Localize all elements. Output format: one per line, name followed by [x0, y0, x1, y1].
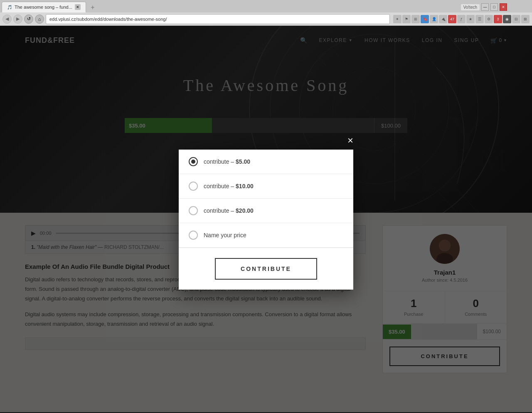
toolbar-icon-5[interactable]: 👤	[430, 15, 438, 23]
address-bar[interactable]: edd.vplusi.cz/subdom/edd/downloads/the-a…	[46, 14, 390, 24]
close-window-button[interactable]: ✕	[500, 3, 507, 11]
tab-title: The awesome song – fund...	[15, 5, 72, 10]
toolbar-icon-11[interactable]: ⚙	[485, 15, 493, 23]
option-label-3: contribute – $20.00	[204, 207, 254, 214]
toolbar-icon-10[interactable]: ☰	[475, 15, 484, 23]
modal-option-3[interactable]: contribute – $20.00	[179, 199, 353, 223]
toolbar-icon-13[interactable]: ◉	[503, 15, 511, 23]
home-button[interactable]: ⌂	[35, 15, 44, 24]
contribute-modal: × contribute – $5.00 contribute – $10.00…	[179, 150, 353, 290]
votech-label: Vo!tech	[461, 4, 480, 10]
modal-options: contribute – $5.00 contribute – $10.00 c…	[179, 150, 353, 248]
browser-toolbar-icons: ✦ ⚑ ⊞ 🔖 👤 🔌 47 ƒ ★ ☰ ⚙ 3 ◉ ⊟ ⊠	[393, 15, 530, 23]
maximize-button[interactable]: □	[490, 3, 498, 11]
modal-option-2[interactable]: contribute – $10.00	[179, 174, 353, 199]
new-tab-button[interactable]: +	[87, 2, 99, 12]
toolbar-icon-6[interactable]: 🔌	[439, 15, 447, 23]
radio-button-4	[189, 231, 198, 240]
back-button[interactable]: ◀	[2, 15, 12, 24]
browser-tabs-bar: 🎵 The awesome song – fund... ✕ + Vo!tech…	[0, 0, 532, 12]
browser-chrome: 🎵 The awesome song – fund... ✕ + Vo!tech…	[0, 0, 532, 26]
forward-button[interactable]: ▶	[13, 15, 22, 24]
modal-contribute-section: CONTRIBUTE	[179, 248, 353, 290]
toolbar-icon-3[interactable]: ⊞	[411, 15, 420, 23]
modal-contribute-button[interactable]: CONTRIBUTE	[215, 258, 317, 280]
active-tab[interactable]: 🎵 The awesome song – fund... ✕	[2, 2, 86, 12]
toolbar-icon-9[interactable]: ★	[466, 15, 475, 23]
refresh-button[interactable]: ↺	[24, 15, 33, 24]
toolbar-icon-15[interactable]: ⊠	[521, 15, 530, 23]
radio-inner-1	[191, 160, 195, 164]
toolbar-icon-4[interactable]: 🔖	[421, 15, 429, 23]
modal-overlay[interactable]: × contribute – $5.00 contribute – $10.00…	[0, 26, 532, 413]
toolbar-icon-14[interactable]: ⊟	[512, 15, 520, 23]
url-text: edd.vplusi.cz/subdom/edd/downloads/the-a…	[49, 17, 167, 22]
radio-button-1	[189, 157, 198, 166]
tab-close-button[interactable]: ✕	[75, 4, 81, 10]
minimize-button[interactable]: —	[481, 3, 489, 11]
tab-favicon: 🎵	[7, 5, 12, 10]
radio-button-2	[189, 182, 198, 191]
option-label-2: contribute – $10.00	[204, 183, 254, 189]
toolbar-icon-8[interactable]: ƒ	[457, 15, 466, 23]
option-label-1: contribute – $5.00	[204, 158, 250, 165]
option-label-4: Name your price	[204, 232, 246, 238]
browser-controls-bar: ◀ ▶ ↺ ⌂ edd.vplusi.cz/subdom/edd/downloa…	[0, 12, 532, 26]
modal-option-1[interactable]: contribute – $5.00	[179, 150, 353, 174]
toolbar-icon-2[interactable]: ⚑	[402, 15, 411, 23]
window-controls: Vo!tech — □ ✕	[461, 3, 507, 12]
toolbar-icon-1[interactable]: ✦	[393, 15, 401, 23]
modal-option-4[interactable]: Name your price	[179, 223, 353, 248]
radio-button-3	[189, 206, 198, 215]
toolbar-icon-7[interactable]: 47	[448, 15, 456, 23]
modal-close-button[interactable]: ×	[347, 135, 353, 145]
toolbar-icon-12[interactable]: 3	[494, 15, 502, 23]
